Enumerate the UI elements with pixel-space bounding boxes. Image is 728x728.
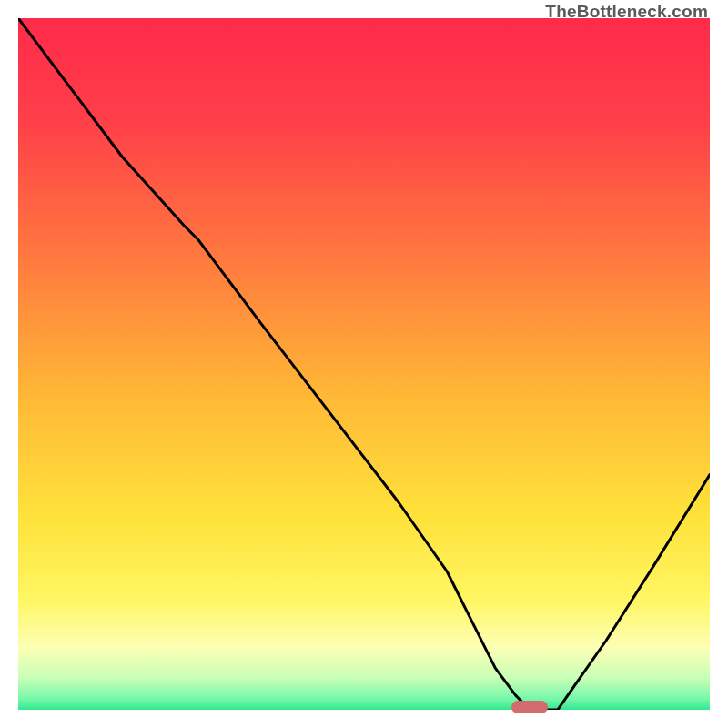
- bottleneck-curve: [18, 18, 710, 710]
- chart-frame: [18, 18, 710, 710]
- optimal-marker: [511, 701, 548, 713]
